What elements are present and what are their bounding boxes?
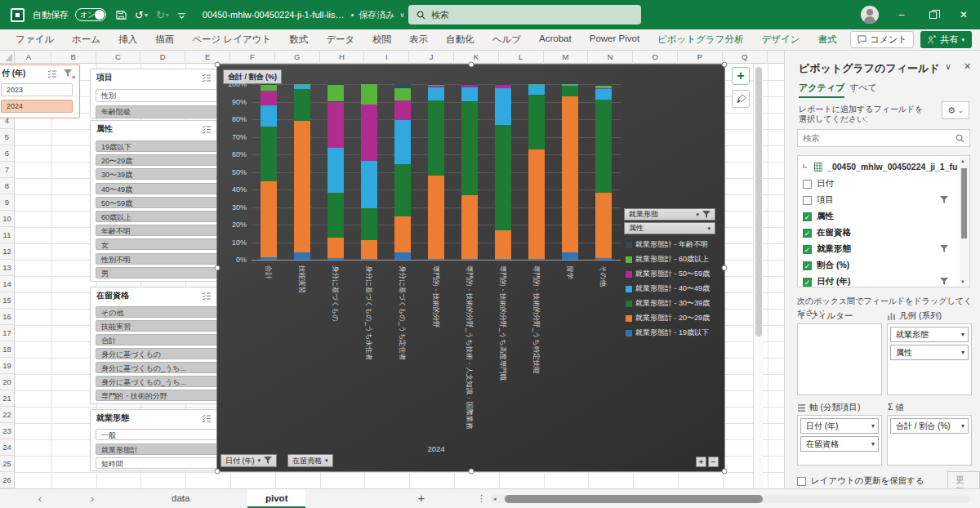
field-row-割合 (%)[interactable]: ✓ 割合 (%) [803, 257, 958, 274]
area-chip-合計 / 割合 (%)[interactable]: 合計 / 割合 (%)▾ [890, 418, 969, 434]
field-checkbox[interactable]: ✓ [803, 261, 812, 270]
row-header-12[interactable]: 12 [0, 243, 14, 260]
area-chip-日付 (年)[interactable]: 日付 (年)▾ [800, 418, 879, 434]
row-header-15[interactable]: 15 [0, 292, 14, 309]
slicer-item-年齢階級[interactable]: 年齢階級 [96, 105, 227, 118]
row-header-20[interactable]: 20 [0, 374, 14, 390]
qat-customize-icon[interactable] [177, 11, 186, 20]
ribbon-tab-挿入[interactable]: 挿入 [109, 30, 146, 49]
comments-button[interactable]: コメント [850, 31, 914, 48]
restore-button[interactable] [918, 0, 947, 29]
sheet-tab-pivot[interactable]: pivot [247, 489, 305, 508]
ribbon-tab-描画[interactable]: 描画 [146, 30, 183, 49]
select-all-corner[interactable] [0, 51, 15, 64]
chart-selection-handle[interactable] [215, 62, 220, 68]
multi-select-icon[interactable] [202, 125, 212, 134]
field-row-属性[interactable]: ✓ 属性 [803, 208, 958, 225]
worksheet-area[interactable]: ABCDEFGHIJKLMNOPQ 1234567891011121314151… [0, 51, 784, 488]
horizontal-scrollbar-thumb[interactable] [505, 495, 763, 503]
legend-field-button-属性[interactable]: 属性▾ [624, 222, 715, 234]
search-input[interactable] [431, 10, 611, 20]
slicer-item-一般[interactable]: 一般 [96, 429, 227, 440]
minimize-button[interactable]: – [887, 0, 916, 29]
slicer-item-男[interactable]: 男 [96, 267, 227, 279]
multi-select-icon[interactable] [47, 69, 58, 78]
pane-tab-アクティブ[interactable]: アクティブ [799, 82, 844, 98]
field-checkbox[interactable]: ✓ [803, 278, 812, 287]
field-filter-icon[interactable] [940, 245, 948, 253]
defer-layout-checkbox[interactable] [797, 477, 806, 486]
row-header-8[interactable]: 8 [0, 178, 14, 194]
field-list-scrollbar-thumb[interactable] [961, 168, 967, 238]
slicer-item-30〜39歳[interactable]: 30〜39歳 [96, 168, 227, 180]
chart-selection-handle[interactable] [469, 469, 474, 475]
column-header-H[interactable]: H [320, 51, 365, 64]
slicer-item-60歳以上[interactable]: 60歳以上 [96, 211, 227, 222]
multi-select-icon[interactable] [202, 292, 212, 301]
row-header-5[interactable]: 5 [0, 129, 14, 145]
column-header-L[interactable]: L [499, 51, 544, 64]
axis-field-button-日付 (年)[interactable]: 日付 (年)▾ [220, 454, 277, 467]
account-avatar[interactable] [858, 0, 882, 29]
area-chip-在留資格[interactable]: 在留資格▾ [800, 436, 879, 452]
row-header-11[interactable]: 11 [0, 227, 14, 243]
ribbon-tab-自動化[interactable]: 自動化 [437, 30, 483, 49]
row-header-7[interactable]: 7 [0, 162, 14, 178]
pane-tab-すべて[interactable]: すべて [849, 82, 877, 94]
field-row-日付[interactable]: 日付 [803, 176, 958, 192]
slicer-在留資格[interactable]: 在留資格その他技能実習合計身分に基づくもの身分に基づくもの_うち...身分に基づ… [90, 287, 234, 404]
ribbon-tab-ピボットグラフ分析[interactable]: ピボットグラフ分析 [648, 30, 752, 49]
column-header-D[interactable]: D [140, 51, 185, 64]
ribbon-tab-ページ レイアウト[interactable]: ページ レイアウト [183, 30, 280, 49]
excel-app-icon[interactable] [11, 8, 24, 22]
axis-area-box[interactable]: 日付 (年)▾在留資格▾ [797, 415, 882, 466]
pivot-chart[interactable]: 合計 / 割合 (%)0%10%20%30%40%50%60%70%80%90%… [216, 64, 725, 472]
row-header-17[interactable]: 17 [0, 325, 14, 341]
chart-selection-handle[interactable] [722, 62, 728, 68]
legend-field-button-就業形態[interactable]: 就業形態▾ [624, 208, 715, 221]
ribbon-tab-表示[interactable]: 表示 [400, 30, 437, 49]
field-list[interactable]: ▴ ▾ _00450_mhlw_00450224_ji_1_fu... 日付 項… [797, 155, 970, 287]
ribbon-tab-ファイル[interactable]: ファイル [7, 30, 63, 49]
chart-zoom-in-button[interactable]: + [696, 457, 706, 467]
save-status[interactable]: • 保存済み ∨ [350, 9, 404, 21]
field-checkbox[interactable]: ✓ [803, 212, 812, 221]
slicer-item-40〜49歳[interactable]: 40〜49歳 [96, 183, 227, 194]
slicer-item-2024[interactable]: 2024 [1, 100, 73, 113]
row-header-18[interactable]: 18 [0, 341, 14, 358]
row-header-6[interactable]: 6 [0, 145, 14, 162]
row-header-19[interactable]: 19 [0, 358, 14, 374]
vertical-scrollbar-thumb[interactable] [755, 67, 762, 336]
undo-button[interactable]: ↺▾ [135, 9, 148, 21]
slicer-item-身分に基づくもの_うち...[interactable]: 身分に基づくもの_うち... [96, 362, 222, 373]
row-header-23[interactable]: 23 [0, 423, 14, 439]
slicer-item-短時間[interactable]: 短時間 [96, 457, 227, 469]
slicer-item-性別[interactable]: 性別 [96, 89, 227, 102]
area-chip-属性[interactable]: 属性▾ [890, 345, 969, 360]
field-filter-icon[interactable] [940, 278, 948, 286]
slicer-item-専門的・技術的分野[interactable]: 専門的・技術的分野 [96, 390, 222, 401]
row-header-22[interactable]: 22 [0, 407, 14, 423]
add-sheet-button[interactable]: + [412, 489, 431, 508]
field-search-box[interactable] [797, 129, 970, 147]
ribbon-tab-デザイン[interactable]: デザイン [752, 30, 808, 49]
chart-selection-handle[interactable] [722, 469, 728, 475]
slicer-item-身分に基づくもの_うち...[interactable]: 身分に基づくもの_うち... [96, 376, 222, 387]
chart-selection-handle[interactable] [469, 62, 474, 68]
slicer-item-19歳以下[interactable]: 19歳以下 [96, 140, 227, 152]
field-checkbox[interactable] [803, 196, 812, 205]
ribbon-tab-ヘルプ[interactable]: ヘルプ [483, 30, 530, 49]
slicer-item-年齢不明[interactable]: 年齢不明 [96, 225, 227, 236]
ribbon-tab-数式[interactable]: 数式 [280, 30, 317, 49]
field-filter-icon[interactable] [940, 196, 948, 204]
values-area-box[interactable]: 合計 / 割合 (%)▾ [887, 415, 972, 466]
close-button[interactable]: ✕ [949, 0, 978, 29]
slicer-項目[interactable]: 項目✕性別年齢階級 [90, 69, 234, 118]
chart-selection-handle[interactable] [215, 469, 220, 475]
multi-select-icon[interactable] [202, 414, 212, 423]
search-box[interactable] [408, 5, 641, 25]
area-chip-就業形態[interactable]: 就業形態▾ [890, 327, 969, 342]
chevron-down-icon[interactable]: ∨ [945, 61, 951, 72]
column-header-M[interactable]: M [544, 51, 589, 64]
column-header-G[interactable]: G [275, 51, 320, 64]
